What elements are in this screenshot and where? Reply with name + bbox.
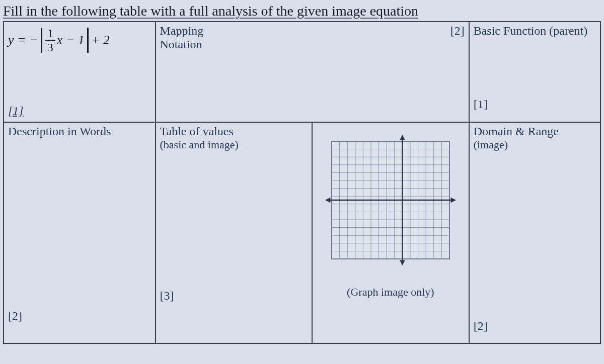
description-words-cell: Description in Words [2]: [4, 122, 156, 343]
analysis-table: y = − 1 3 x − 1 + 2 [1] Mapping Notation…: [3, 21, 601, 344]
fraction-one-third: 1 3: [45, 27, 55, 53]
mapping-label-line1: Mapping: [160, 24, 465, 38]
table-values-score-mark: [3]: [160, 289, 174, 303]
eq-outer-suffix: + 2: [91, 33, 110, 48]
mapping-score-mark: [2]: [450, 24, 465, 38]
basic-function-label: Basic Function (parent): [474, 24, 596, 38]
svg-marker-32: [400, 260, 405, 265]
fraction-denominator: 3: [47, 41, 53, 53]
abs-bar-open: [41, 28, 42, 53]
abs-bar-close: [87, 28, 89, 53]
eq-prefix: y = −: [8, 33, 38, 48]
basic-function-score-mark: [1]: [474, 98, 488, 111]
description-score-mark: [2]: [8, 309, 22, 323]
svg-marker-34: [450, 198, 456, 203]
graph-cell: (Graph image only): [312, 122, 469, 343]
table-values-label-line1: Table of values: [160, 125, 308, 138]
grid-svg: [325, 135, 456, 265]
table-of-values-cell: Table of values (basic and image) [3]: [156, 122, 313, 343]
equation-score-mark: [1]: [8, 104, 24, 118]
graph-grid: [325, 135, 456, 265]
domain-range-label-line2: (image): [474, 138, 596, 151]
description-label: Description in Words: [8, 125, 151, 138]
domain-range-score-mark: [2]: [474, 319, 488, 333]
mapping-notation-cell: Mapping Notation [2]: [156, 22, 469, 122]
domain-range-label-line1: Domain & Range: [474, 125, 596, 138]
page-title: Fill in the following table with a full …: [3, 2, 601, 21]
svg-marker-31: [400, 135, 405, 140]
image-equation: y = − 1 3 x − 1 + 2: [8, 27, 151, 53]
equation-cell: y = − 1 3 x − 1 + 2 [1]: [4, 22, 156, 122]
graph-caption: (Graph image only): [317, 286, 465, 299]
mapping-label-line2: Notation: [160, 38, 465, 51]
table-values-label-line2: (basic and image): [160, 138, 308, 151]
basic-function-cell: Basic Function (parent) [1]: [469, 22, 600, 122]
domain-range-cell: Domain & Range (image) [2]: [469, 122, 600, 343]
fraction-numerator: 1: [47, 27, 53, 39]
svg-marker-33: [325, 198, 330, 203]
eq-inner-suffix: x − 1: [57, 33, 85, 48]
